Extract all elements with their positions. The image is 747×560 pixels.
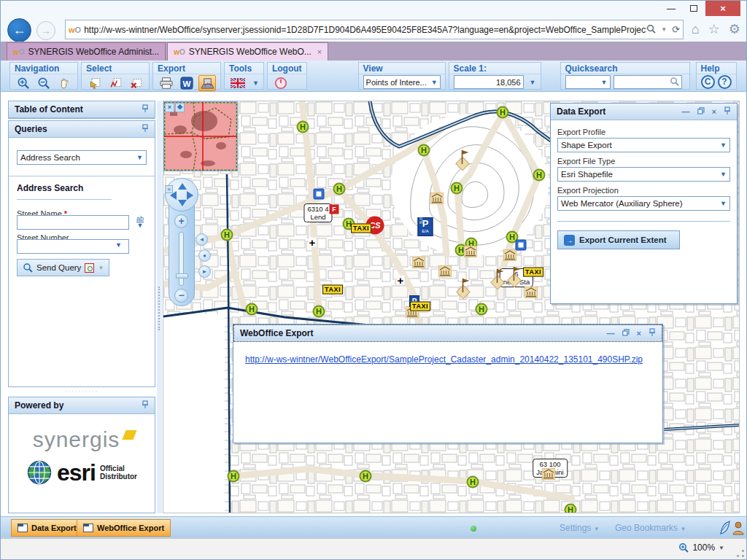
tab-close-icon[interactable]: ×: [317, 47, 322, 56]
pharmacy-marker[interactable]: F: [330, 205, 339, 214]
window-close-button[interactable]: ×: [705, 1, 740, 16]
queries-header[interactable]: Queries: [9, 121, 155, 138]
page-zoom-control[interactable]: 100% ▼: [678, 542, 724, 553]
zoom-dropdown-icon[interactable]: ▼: [719, 545, 724, 551]
close-icon[interactable]: ×: [712, 107, 716, 116]
scale-dropdown-icon[interactable]: ▼: [527, 79, 536, 86]
transit-stop-marker[interactable]: H: [221, 229, 233, 241]
full-extent-button[interactable]: ●: [198, 249, 211, 262]
transit-stop-marker[interactable]: H: [476, 303, 488, 316]
transit-stop-marker[interactable]: H: [228, 470, 240, 483]
street-number-input[interactable]: [17, 239, 129, 254]
zoom-out-icon[interactable]: [35, 75, 53, 91]
street-name-input[interactable]: [17, 215, 129, 230]
museum-marker[interactable]: [464, 246, 477, 257]
museum-marker[interactable]: [412, 257, 425, 268]
print-icon[interactable]: [158, 75, 175, 91]
pin-icon[interactable]: [142, 104, 149, 115]
tools-dropdown-icon[interactable]: ▼: [249, 79, 259, 87]
transit-stop-marker[interactable]: H: [451, 182, 463, 195]
query-type-select[interactable]: Address Search▼: [17, 150, 147, 165]
overview-move-icon[interactable]: ✥: [175, 103, 185, 112]
museum-marker[interactable]: [525, 287, 538, 298]
church-cross-marker[interactable]: +: [309, 238, 317, 247]
window-resize-grip[interactable]: [737, 550, 744, 557]
url-dropdown-icon[interactable]: ▼: [661, 26, 667, 33]
pin-icon[interactable]: [142, 400, 149, 411]
navigator-close-icon[interactable]: ×: [165, 185, 173, 193]
restore-icon[interactable]: [622, 329, 630, 338]
settings-gear-icon[interactable]: ⚙: [729, 21, 740, 37]
favorites-star-icon[interactable]: ☆: [708, 21, 720, 37]
previous-extent-button[interactable]: ◄: [196, 233, 208, 246]
quicksearch-select[interactable]: ▼: [565, 75, 611, 89]
taskbar-button-data-export[interactable]: Data Export: [11, 519, 83, 537]
weboffice-export-panel-header[interactable]: WebOffice Export — ×: [233, 324, 662, 342]
word-export-icon[interactable]: W: [178, 75, 196, 91]
parking-marker[interactable]: PE/ABUS: [418, 217, 433, 236]
minimize-icon[interactable]: —: [607, 329, 615, 338]
language-flag-icon[interactable]: [229, 75, 247, 91]
export-file-type-select[interactable]: Esri Shapefile▼: [557, 167, 730, 182]
restore-icon[interactable]: [697, 107, 705, 116]
clear-selection-icon[interactable]: [127, 75, 144, 91]
transit-stop-marker[interactable]: H: [533, 169, 546, 182]
zoom-out-button[interactable]: −: [174, 289, 188, 303]
pin-icon[interactable]: [649, 328, 656, 338]
flag-poi-marker[interactable]: [456, 277, 471, 299]
flag-poi-marker[interactable]: [455, 149, 471, 171]
export-current-extent-button[interactable]: → Export Current Extent: [557, 230, 680, 249]
quicksearch-icon[interactable]: [670, 77, 679, 88]
taxi-marker[interactable]: TAXI: [351, 224, 371, 233]
send-query-dropdown-icon[interactable]: ▼: [98, 265, 104, 271]
copyright-button[interactable]: C: [701, 75, 715, 89]
poi-square-marker[interactable]: [314, 189, 325, 200]
pan-north-icon[interactable]: [178, 183, 187, 190]
overview-close-icon[interactable]: ×: [165, 103, 174, 112]
museum-marker[interactable]: [438, 265, 452, 277]
pan-hand-icon[interactable]: [55, 75, 73, 91]
transit-stop-marker[interactable]: H: [418, 144, 430, 157]
export-profile-select[interactable]: Shape Export▼: [557, 138, 730, 152]
back-button[interactable]: ←: [7, 18, 31, 42]
transit-stop-marker[interactable]: H: [333, 183, 346, 195]
url-search-icon[interactable]: [646, 24, 656, 36]
address-bar[interactable]: wO http://w-ws-wintner/WebOffice/synserv…: [65, 20, 684, 39]
export-download-link[interactable]: http://w-ws-wintner/WebOfficeExport/Samp…: [245, 354, 643, 365]
export-projection-select[interactable]: Web Mercator (Auxiliary Sphere)▼: [557, 196, 730, 211]
geo-bookmarks-menu[interactable]: Geo Bookmarks ▼: [615, 523, 686, 533]
pan-south-icon[interactable]: [178, 200, 187, 206]
transit-stop-marker[interactable]: H: [360, 470, 372, 483]
send-query-button[interactable]: Send Query ▼: [17, 259, 109, 276]
museum-marker[interactable]: [503, 249, 516, 261]
window-minimize-button[interactable]: —: [661, 1, 681, 16]
view-select[interactable]: Points of Intere...▼: [363, 75, 441, 89]
street-number-dropdown-icon[interactable]: ▼: [115, 241, 122, 249]
window-maximize-button[interactable]: [684, 1, 704, 16]
taxi-marker[interactable]: TAXI: [523, 268, 543, 277]
transit-stop-marker[interactable]: H: [246, 303, 258, 316]
transit-stop-marker[interactable]: H: [497, 106, 509, 119]
taxi-marker[interactable]: TAXI: [322, 285, 343, 295]
settings-menu[interactable]: Settings ▼: [560, 523, 600, 533]
transit-stop-marker[interactable]: H: [297, 121, 309, 133]
quicksearch-input[interactable]: [614, 75, 682, 89]
browser-tab-2[interactable]: wOSYNERGIS WebOffice WebO...×: [167, 42, 328, 61]
transit-stop-marker[interactable]: H: [467, 476, 479, 489]
pin-icon[interactable]: [724, 106, 731, 117]
powered-by-header[interactable]: Powered by: [9, 397, 155, 414]
autocomplete-ab-icon[interactable]: ab▼: [133, 215, 147, 230]
user-profile-icon[interactable]: [732, 521, 744, 538]
home-icon[interactable]: ⌂: [692, 21, 700, 37]
pan-compass[interactable]: [165, 178, 198, 211]
pin-icon[interactable]: [142, 124, 149, 135]
museum-marker[interactable]: [430, 192, 444, 204]
help-button[interactable]: ?: [718, 75, 732, 89]
scale-input[interactable]: 18,056: [454, 75, 524, 89]
flag-poi-marker[interactable]: [490, 268, 506, 289]
sidebar-resize-handle[interactable]: ··········: [8, 389, 155, 395]
forward-button[interactable]: →: [36, 21, 55, 40]
taskbar-button-weboffice-export[interactable]: WebOffice Export: [77, 519, 171, 537]
select-by-rectangle-icon[interactable]: [86, 75, 104, 91]
pan-east-icon[interactable]: [187, 191, 193, 200]
